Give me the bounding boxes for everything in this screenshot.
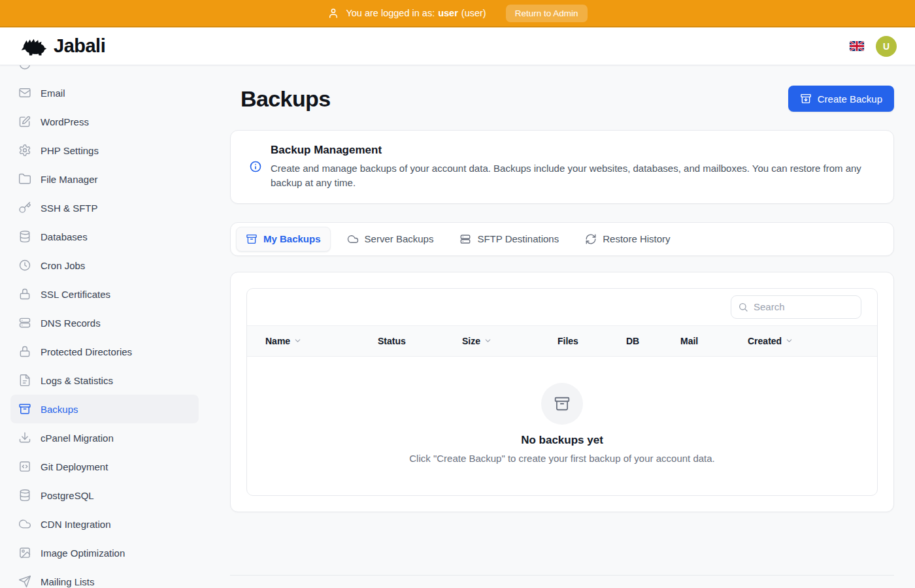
info-title: Backup Management — [271, 144, 875, 157]
tab-label: Restore History — [603, 233, 670, 244]
clock-icon — [18, 259, 31, 272]
create-backup-button[interactable]: Create Backup — [788, 86, 894, 112]
database-icon — [18, 230, 31, 243]
download-icon — [18, 431, 31, 444]
column-header-files: Files — [557, 336, 626, 346]
search-icon — [738, 302, 748, 312]
sidebar-item-label: Protected Directories — [41, 346, 132, 357]
empty-state: No backups yet Click "Create Backup" to … — [247, 357, 877, 495]
sidebar-item-label: Image Optimization — [41, 547, 125, 559]
sidebar-item-label: WordPress — [41, 116, 89, 127]
sidebar-item-ssh-sftp[interactable]: SSH & SFTP — [10, 193, 199, 222]
sidebar-item-label: PHP Settings — [41, 145, 99, 156]
archive-down-icon — [800, 93, 812, 105]
sidebar-item-backups[interactable]: Backups — [10, 395, 199, 423]
create-backup-label: Create Backup — [818, 93, 882, 105]
column-label: DB — [626, 336, 639, 346]
sidebar-item-file-manager[interactable]: File Manager — [10, 165, 199, 193]
layout: Email WordPress PHP Settings File Manage… — [0, 65, 915, 588]
sidebar-item-label: CDN Integration — [41, 519, 111, 530]
cloud-icon — [347, 233, 359, 245]
sidebar-item-label: Cron Jobs — [41, 260, 85, 271]
main-content: Backups Create Backup Backup Management … — [209, 65, 915, 588]
column-header-status: Status — [378, 336, 462, 346]
database-icon — [18, 489, 31, 502]
empty-state-title: No backups yet — [260, 434, 864, 447]
gear-icon — [18, 144, 31, 157]
tab-label: SFTP Destinations — [477, 233, 559, 244]
page-title: Backups — [241, 86, 331, 112]
column-header-created[interactable]: Created — [748, 336, 877, 346]
brand-logo[interactable]: Jabali — [20, 35, 105, 57]
language-flag-icon[interactable] — [850, 41, 864, 51]
sidebar-item-git-deployment[interactable]: Git Deployment — [10, 452, 199, 481]
sidebar-item-label: File Manager — [41, 174, 98, 185]
column-header-mail: Mail — [680, 336, 748, 346]
login-status-message: You are logged in as: user (user) — [346, 8, 486, 18]
column-label: Size — [462, 336, 480, 346]
chevron-down-icon — [785, 336, 793, 345]
key-icon — [18, 201, 31, 214]
tab-sftp-destinations[interactable]: SFTP Destinations — [450, 227, 569, 252]
sidebar-item-databases[interactable]: Databases — [10, 222, 199, 251]
sidebar-item-postgresql[interactable]: PostgreSQL — [10, 481, 199, 510]
cloud-icon — [18, 517, 31, 531]
sidebar-item-clipped[interactable] — [10, 65, 199, 78]
user-icon — [327, 7, 339, 19]
tab-bar: My Backups Server Backups SFTP Destinati… — [230, 222, 894, 256]
app-header: Jabali U — [0, 27, 915, 65]
tab-label: My Backups — [263, 233, 321, 244]
backups-table: Name Status Size Files DB — [246, 288, 878, 496]
sidebar-nav: Email WordPress PHP Settings File Manage… — [0, 65, 209, 588]
sidebar-item-label: Logs & Statistics — [41, 375, 113, 386]
column-header-db: DB — [626, 336, 680, 346]
sidebar-item-cdn-integration[interactable]: CDN Integration — [10, 510, 199, 538]
folder-icon — [18, 172, 31, 186]
footer: Jabali Panel GitHub © 2026 Jabali v9.0-r… — [230, 575, 894, 588]
sidebar-item-dns-records[interactable]: DNS Records — [10, 308, 199, 337]
page-header: Backups Create Backup — [230, 86, 894, 112]
sidebar-item-logs-statistics[interactable]: Logs & Statistics — [10, 366, 199, 395]
sidebar: Email WordPress PHP Settings File Manage… — [0, 65, 209, 588]
admin-impersonation-bar: You are logged in as: user (user) Return… — [0, 0, 915, 27]
sidebar-item-email[interactable]: Email — [10, 78, 199, 107]
tab-restore-history[interactable]: Restore History — [575, 227, 680, 252]
tab-server-backups[interactable]: Server Backups — [337, 227, 444, 252]
refresh-icon — [585, 233, 597, 245]
archive-icon — [18, 402, 31, 416]
column-label: Files — [557, 336, 578, 346]
archive-icon — [541, 383, 583, 425]
return-to-admin-button[interactable]: Return to Admin — [506, 5, 588, 22]
chevron-down-icon — [293, 336, 302, 345]
table-header-row: Name Status Size Files DB — [247, 325, 877, 357]
column-header-name[interactable]: Name — [265, 336, 378, 346]
sidebar-item-ssl-certificates[interactable]: SSL Certificates — [10, 280, 199, 308]
column-label: Name — [265, 336, 290, 346]
boar-logo-icon — [20, 37, 47, 56]
sidebar-item-label: Backups — [41, 404, 78, 415]
sidebar-item-image-optimization[interactable]: Image Optimization — [10, 538, 199, 567]
sidebar-item-php-settings[interactable]: PHP Settings — [10, 136, 199, 165]
tab-panel-my-backups: Name Status Size Files DB — [230, 272, 894, 512]
server-icon — [18, 316, 31, 329]
sidebar-item-label: DNS Records — [41, 318, 101, 329]
column-label: Created — [748, 336, 782, 346]
sidebar-item-mailing-lists[interactable]: Mailing Lists — [10, 567, 199, 588]
sidebar-item-cron-jobs[interactable]: Cron Jobs — [10, 251, 199, 280]
avatar[interactable]: U — [876, 36, 897, 57]
sidebar-item-wordpress[interactable]: WordPress — [10, 107, 199, 136]
search-input[interactable] — [731, 295, 861, 319]
lock-icon — [18, 345, 31, 358]
tab-my-backups[interactable]: My Backups — [236, 227, 331, 252]
sidebar-item-cpanel-migration[interactable]: cPanel Migration — [10, 423, 199, 452]
lock-icon — [18, 287, 31, 301]
server-icon — [459, 233, 471, 245]
image-icon — [18, 546, 31, 559]
column-label: Status — [378, 336, 406, 346]
table-toolbar — [247, 289, 877, 325]
sidebar-item-label: Mailing Lists — [41, 576, 95, 587]
column-header-size[interactable]: Size — [462, 336, 557, 346]
search-wrap — [731, 295, 861, 319]
sidebar-item-protected-directories[interactable]: Protected Directories — [10, 337, 199, 366]
sidebar-item-label: SSH & SFTP — [41, 203, 98, 214]
